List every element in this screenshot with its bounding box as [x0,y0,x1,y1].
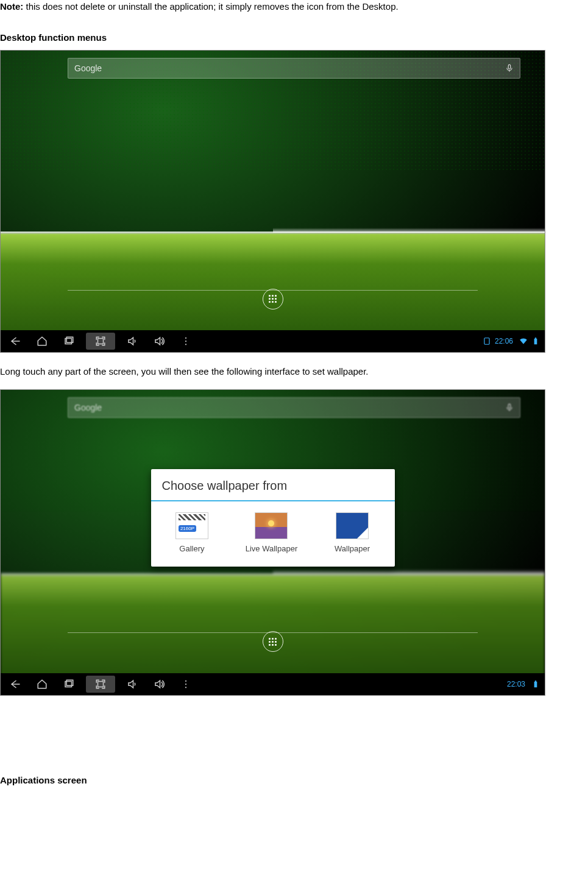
live-wallpaper-icon [255,512,288,539]
battery-icon [531,337,540,345]
home-button[interactable] [32,676,52,693]
sim-icon [483,337,491,345]
clock-text: 22:03 [507,680,525,688]
system-navigation-bar: 22:03 [1,673,545,695]
live-wallpaper-label: Live Wallpaper [246,544,298,553]
svg-point-16 [185,681,186,682]
apps-drawer-button[interactable] [263,289,283,309]
gallery-label: Gallery [179,544,204,553]
desktop-screenshot: Google [0,50,545,353]
svg-rect-19 [534,682,537,687]
battery-icon [531,680,540,688]
svg-rect-0 [508,65,511,69]
dialog-title: Choose wallpaper from [151,469,395,501]
svg-rect-9 [534,338,537,344]
svg-rect-20 [535,681,536,682]
svg-point-6 [185,340,186,341]
volume-down-button[interactable] [122,333,142,350]
apps-grid-icon [269,295,277,303]
back-button[interactable] [5,333,25,350]
status-area[interactable]: 22:03 [507,680,540,688]
live-wallpaper-option[interactable]: Live Wallpaper [246,512,298,553]
google-search-widget: Google [68,397,520,418]
screenshot-button[interactable] [86,333,115,350]
svg-point-5 [185,337,186,338]
svg-rect-8 [484,338,489,344]
volume-up-button[interactable] [149,676,169,693]
system-navigation-bar: 22:06 [1,330,545,352]
apps-drawer-button [263,631,283,652]
note-paragraph: Note: this does not delete or uninstall … [0,0,588,14]
svg-rect-4 [98,338,104,344]
svg-rect-15 [98,682,104,687]
status-area[interactable]: 22:06 [483,337,540,345]
wifi-icon [519,337,528,345]
choose-wallpaper-dialog: Choose wallpaper from Gallery Live Wallp… [151,469,395,567]
home-button[interactable] [32,333,52,350]
svg-point-18 [185,687,186,688]
microphone-icon [505,401,514,414]
google-search-widget[interactable]: Google [68,58,520,79]
volume-down-button[interactable] [122,676,142,693]
note-label: Note: [0,1,23,12]
recent-apps-button[interactable] [59,333,79,350]
microphone-icon[interactable] [505,62,514,74]
gallery-icon [175,512,208,539]
back-button[interactable] [5,676,25,693]
search-placeholder: Google [74,403,505,412]
apps-grid-icon [269,638,277,646]
gallery-option[interactable]: Gallery [175,512,208,553]
wallpaper-leaf [1,573,545,680]
wallpaper-icon [336,512,369,539]
screenshot-button[interactable] [86,676,115,693]
svg-point-17 [185,684,186,685]
longpress-caption: Long touch any part of the screen, you w… [0,365,588,379]
volume-up-button[interactable] [149,333,169,350]
menu-overflow-button[interactable] [176,333,196,350]
svg-rect-10 [535,338,536,339]
recent-apps-button[interactable] [59,676,79,693]
heading-applications-screen: Applications screen [0,775,588,785]
search-placeholder: Google [74,63,505,73]
svg-rect-11 [508,404,511,408]
clock-text: 22:06 [495,337,513,345]
heading-desktop-function-menus: Desktop function menus [0,32,588,43]
wallpaper-dialog-screenshot: Google Choose wallpaper from Gallery Liv… [0,389,545,696]
menu-overflow-button[interactable] [176,676,196,693]
note-text: this does not delete or uninstall the ap… [23,1,398,12]
wallpaper-options-row: Gallery Live Wallpaper Wallpaper [151,501,395,567]
wallpaper-label: Wallpaper [335,544,370,553]
wallpaper-option[interactable]: Wallpaper [335,512,370,553]
wallpaper-leaf [1,232,545,337]
svg-point-7 [185,344,186,345]
